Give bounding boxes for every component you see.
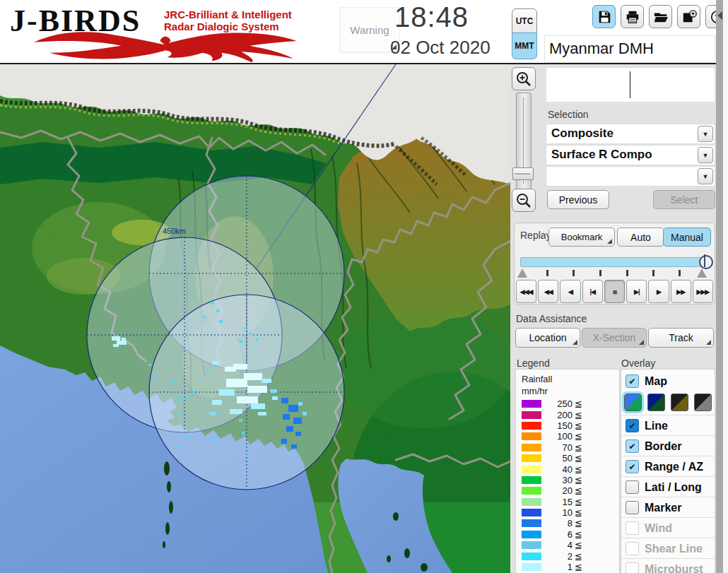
play-button[interactable]: ▶ xyxy=(648,280,669,303)
fast-forward-button[interactable]: ▶▶ xyxy=(671,280,691,303)
chevron-down-icon[interactable]: ▼ xyxy=(698,168,713,184)
bookmark-label: Bookmark xyxy=(561,232,603,242)
manual-button[interactable]: Manual xyxy=(663,228,711,247)
map-style-swatch-1[interactable] xyxy=(624,394,642,411)
composite-dropdown[interactable]: Composite ▼ xyxy=(546,124,715,144)
microburst-checkbox xyxy=(626,562,639,573)
timezone-utc-button[interactable]: UTC xyxy=(512,8,537,33)
logo-subtitle-line1: JRC-Brilliant & Intelligent xyxy=(164,8,292,20)
fast-rewind-button[interactable]: ◀◀ xyxy=(538,280,558,303)
legend-row: 250≦ xyxy=(516,398,619,409)
overlay-label: Overlay xyxy=(621,358,655,369)
zoom-slider-handle[interactable] xyxy=(512,167,534,180)
warning-label: Warning xyxy=(350,24,389,36)
option-dropdown[interactable]: ▼ xyxy=(546,166,715,187)
range-az-checkbox[interactable]: ✔ xyxy=(626,460,639,473)
slider-tick xyxy=(573,270,575,276)
zoom-out-icon[interactable] xyxy=(512,189,536,212)
overlay-row-marker: Marker xyxy=(621,497,715,518)
overlay-row-wind: Wind xyxy=(621,517,715,538)
print-icon[interactable] xyxy=(621,5,644,28)
bookmark-button[interactable]: Bookmark xyxy=(548,228,615,247)
slider-tick xyxy=(599,270,601,276)
legend-row: 20≦ xyxy=(516,485,619,496)
selection-label: Selection xyxy=(548,109,589,120)
chevron-down-icon[interactable]: ▼ xyxy=(698,147,713,163)
radar-map-viewport[interactable]: 450km xyxy=(0,64,510,573)
legend-row: 15≦ xyxy=(516,497,619,507)
lati-long-checkbox[interactable] xyxy=(626,480,639,494)
map-style-swatch-3[interactable] xyxy=(671,394,688,411)
overlay-item-label: Line xyxy=(645,420,668,432)
timezone-mmt-button[interactable]: MMT xyxy=(512,33,537,59)
overlay-row-map: ✔ Map xyxy=(621,371,715,391)
legend-title-line2: mm/hr xyxy=(522,386,548,396)
overlay-item-label: Lati / Long xyxy=(645,481,702,494)
location-button[interactable]: Location xyxy=(515,328,580,348)
overlay-row-range-az: ✔ Range / AZ xyxy=(621,456,715,477)
legend-row: 2≦ xyxy=(516,550,619,561)
auto-button[interactable]: Auto xyxy=(617,228,664,247)
toolbar: ? xyxy=(592,5,728,28)
add-image-icon[interactable] xyxy=(677,5,700,28)
play-reverse-button[interactable]: ◀ xyxy=(560,280,580,303)
open-folder-icon[interactable] xyxy=(649,5,672,28)
legend-row: 30≦ xyxy=(516,475,619,485)
time-slider-handle[interactable] xyxy=(699,255,713,269)
overlay-item-label: Marker xyxy=(645,502,681,514)
legend-row: 10≦ xyxy=(516,507,619,518)
stop-button[interactable]: ■ xyxy=(604,280,625,303)
step-forward-button[interactable]: ▶| xyxy=(626,280,647,303)
jump-end-button[interactable]: ▶▶▶ xyxy=(693,280,713,303)
map-style-swatch-4[interactable] xyxy=(694,394,712,411)
station-name: Myanmar DMH xyxy=(549,40,654,58)
replay-group: Replay Bookmark Auto Manual ◀◀◀ ◀◀ ◀ |◀ … xyxy=(514,223,715,305)
legend-row: 150≦ xyxy=(516,420,619,431)
overlay-item-label: Shear Line xyxy=(645,543,703,555)
wind-checkbox xyxy=(626,521,639,535)
edge-filler xyxy=(723,0,728,573)
shear-line-checkbox xyxy=(626,542,639,555)
map-style-swatch-2[interactable] xyxy=(647,394,665,411)
xsection-label: X-Section xyxy=(593,332,636,343)
marker-checkbox[interactable] xyxy=(626,501,639,514)
map-checkbox[interactable]: ✔ xyxy=(626,374,639,388)
legend-row: 70≦ xyxy=(516,442,619,453)
previous-button[interactable]: Previous xyxy=(547,190,609,209)
overlay-item-label: Border xyxy=(645,440,681,453)
legend-label: Legend xyxy=(517,358,550,369)
xsection-button: X-Section xyxy=(582,328,647,348)
overlay-row-border: ✔ Border xyxy=(621,435,715,456)
product-dropdown[interactable]: Surface R Compo ▼ xyxy=(546,145,715,165)
slider-tick xyxy=(546,270,548,276)
track-button[interactable]: Track xyxy=(648,328,714,348)
eagle-logo-icon xyxy=(7,27,324,62)
time-slider-track[interactable] xyxy=(520,257,708,267)
control-panel: Selection Composite ▼ Surface R Compo ▼ … xyxy=(510,64,716,573)
replay-label: Replay xyxy=(520,230,551,241)
clock-date: 02 Oct 2020 xyxy=(390,37,510,59)
slider-tick xyxy=(679,270,681,276)
zoom-in-icon[interactable] xyxy=(512,67,536,90)
collapse-arrow-icon[interactable] xyxy=(717,11,722,20)
station-name-box: Myanmar DMH xyxy=(544,35,715,63)
save-icon[interactable] xyxy=(592,5,616,28)
step-back-button[interactable]: |◀ xyxy=(582,280,603,303)
panel-collapse-strip[interactable] xyxy=(716,0,723,573)
legend-row: 40≦ xyxy=(516,463,619,474)
legend-rows: 250≦ 200≦ 150≦ 100≦ 70≦ 50≦ 40≦ 30≦ 20≦ … xyxy=(516,398,619,572)
overlay-box: ✔ Map ✔ Line ✔ Border ✔ Range / AZ xyxy=(621,369,715,573)
chevron-down-icon[interactable]: ▼ xyxy=(698,126,713,142)
jump-start-button[interactable]: ◀◀◀ xyxy=(516,280,536,303)
border-checkbox[interactable]: ✔ xyxy=(626,439,639,453)
select-button: Select xyxy=(653,190,715,209)
overlay-row-microburst: Microburst xyxy=(621,558,715,573)
line-checkbox[interactable]: ✔ xyxy=(626,419,639,432)
legend-row: 6≦ xyxy=(516,529,619,540)
station-info-box xyxy=(546,67,715,102)
composite-dropdown-value: Composite xyxy=(551,126,613,141)
legend-box: Rainfall mm/hr 250≦ 200≦ 150≦ 100≦ 70≦ 5… xyxy=(515,369,620,573)
overlay-item-label: Microburst xyxy=(645,563,703,573)
legend-row: 8≦ xyxy=(516,518,619,528)
product-dropdown-value: Surface R Compo xyxy=(551,148,652,162)
